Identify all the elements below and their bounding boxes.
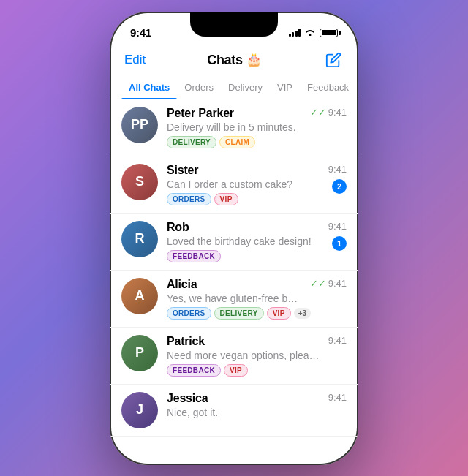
chat-preview: Yes, we have gluten-free bread available…	[167, 292, 301, 304]
chat-right-column: 9:411	[328, 221, 347, 251]
tab-orders[interactable]: Orders	[177, 76, 221, 99]
time-text: 9:41	[328, 107, 347, 118]
tag-delivery: DELIVERY	[167, 136, 216, 148]
chat-time: 9:41	[328, 392, 347, 403]
chat-preview: Nice, got it.	[167, 407, 320, 418]
chat-top-row: Jessica	[167, 392, 320, 405]
tab-vip[interactable]: VIP	[270, 76, 300, 99]
avatar: PP	[121, 107, 158, 143]
time-text: 9:41	[328, 392, 347, 403]
chat-item[interactable]: SSisterCan I order a custom cake?ORDERSV…	[110, 156, 358, 214]
chat-top-row: Peter Parker	[167, 107, 301, 120]
tag-more: +3	[294, 308, 311, 319]
chat-right-column: ✓✓9:41	[310, 278, 347, 289]
chat-top-row: Patrick	[167, 335, 320, 348]
read-check-icon: ✓✓	[310, 278, 326, 289]
chat-item[interactable]: PPatrickNeed more vegan options, please.…	[110, 328, 358, 385]
tag-vip: VIP	[214, 193, 238, 205]
avatar: A	[121, 278, 158, 314]
chat-content: Peter ParkerDelivery will be in 5 minute…	[167, 107, 301, 148]
chat-preview: Loved the birthday cake design!	[167, 235, 320, 247]
compose-icon	[325, 52, 341, 68]
chat-item[interactable]: AAliciaYes, we have gluten-free bread av…	[110, 271, 358, 328]
chat-preview: Delivery will be in 5 minutes.	[167, 121, 301, 133]
chat-time: ✓✓9:41	[310, 278, 347, 289]
chat-top-row: Alicia	[167, 278, 301, 291]
chat-item[interactable]: PPPeter ParkerDelivery will be in 5 minu…	[110, 99, 358, 156]
unread-badge: 1	[332, 236, 347, 251]
notch	[190, 12, 278, 37]
avatar: S	[121, 164, 158, 200]
read-check-icon: ✓✓	[310, 107, 326, 118]
chat-time: ✓✓9:41	[310, 107, 347, 118]
chat-content: SisterCan I order a custom cake?ORDERSVI…	[167, 164, 320, 205]
chat-preview: Can I order a custom cake?	[167, 178, 320, 190]
chat-list: PPPeter ParkerDelivery will be in 5 minu…	[110, 99, 358, 437]
chat-top-row: Rob	[167, 221, 320, 234]
tag-delivery: DELIVERY	[214, 307, 264, 320]
chat-name: Patrick	[167, 335, 205, 348]
time-text: 9:41	[328, 335, 347, 346]
chat-time: 9:41	[328, 221, 347, 232]
battery-icon	[320, 29, 338, 37]
chat-name: Rob	[167, 221, 189, 234]
tag-feedback: FEEDBACK	[167, 250, 221, 262]
chat-name: Peter Parker	[167, 107, 234, 120]
chat-content: JessicaNice, got it.	[167, 392, 320, 421]
chat-tags: FEEDBACK	[167, 250, 320, 262]
tab-delivery[interactable]: Delivery	[221, 76, 270, 99]
wifi-icon	[304, 27, 316, 38]
phone-frame: 9:41 Edit Chats 🎂	[110, 12, 358, 465]
chat-tags: FEEDBACKVIP	[167, 364, 320, 377]
chat-tags: ORDERSDELIVERYVIP+3	[167, 307, 301, 320]
chat-item[interactable]: RRobLoved the birthday cake design!FEEDB…	[110, 214, 358, 271]
app-header: Edit Chats 🎂	[110, 47, 358, 76]
chat-content: RobLoved the birthday cake design!FEEDBA…	[167, 221, 320, 262]
status-time: 9:41	[130, 26, 151, 39]
status-icons	[289, 27, 339, 38]
chat-tags: ORDERSVIP	[167, 193, 320, 205]
chat-content: AliciaYes, we have gluten-free bread ava…	[167, 278, 301, 320]
chat-name: Sister	[167, 164, 198, 177]
chat-right-column: ✓✓9:41	[310, 107, 347, 118]
avatar: P	[121, 335, 158, 371]
time-text: 9:41	[328, 164, 347, 175]
tab-all-chats[interactable]: All Chats	[121, 76, 177, 99]
chat-content: PatrickNeed more vegan options, please.F…	[167, 335, 320, 377]
chat-right-column: 9:412	[328, 164, 347, 194]
tag-vip: VIP	[224, 364, 248, 377]
time-text: 9:41	[328, 221, 347, 232]
chat-right-column: 9:41	[328, 335, 347, 346]
tag-claim: CLAIM	[219, 136, 255, 148]
chat-time: 9:41	[328, 335, 347, 346]
chat-preview: Need more vegan options, please.	[167, 350, 320, 361]
avatar: R	[121, 221, 158, 257]
chat-name: Alicia	[167, 278, 197, 291]
page-title: Chats 🎂	[207, 52, 262, 68]
time-text: 9:41	[328, 278, 347, 289]
tag-feedback: FEEDBACK	[167, 364, 221, 377]
signal-icon	[289, 29, 301, 37]
chat-tags: DELIVERYCLAIM	[167, 136, 301, 148]
tag-orders: ORDERS	[167, 193, 211, 205]
chat-time: 9:41	[328, 164, 347, 175]
tag-orders: ORDERS	[167, 307, 211, 320]
tab-feedback[interactable]: Feedback	[300, 76, 356, 99]
chat-right-column: 9:41	[328, 392, 347, 403]
unread-badge: 2	[332, 179, 347, 194]
avatar: J	[121, 392, 158, 428]
tab-bar: All Chats Orders Delivery VIP Feedback	[110, 76, 358, 99]
chat-item[interactable]: JJessicaNice, got it.9:41	[110, 385, 358, 437]
chat-name: Jessica	[167, 392, 208, 405]
compose-button[interactable]	[323, 50, 344, 70]
tag-vip: VIP	[267, 307, 291, 320]
chat-top-row: Sister	[167, 164, 320, 177]
edit-button[interactable]: Edit	[124, 53, 146, 67]
